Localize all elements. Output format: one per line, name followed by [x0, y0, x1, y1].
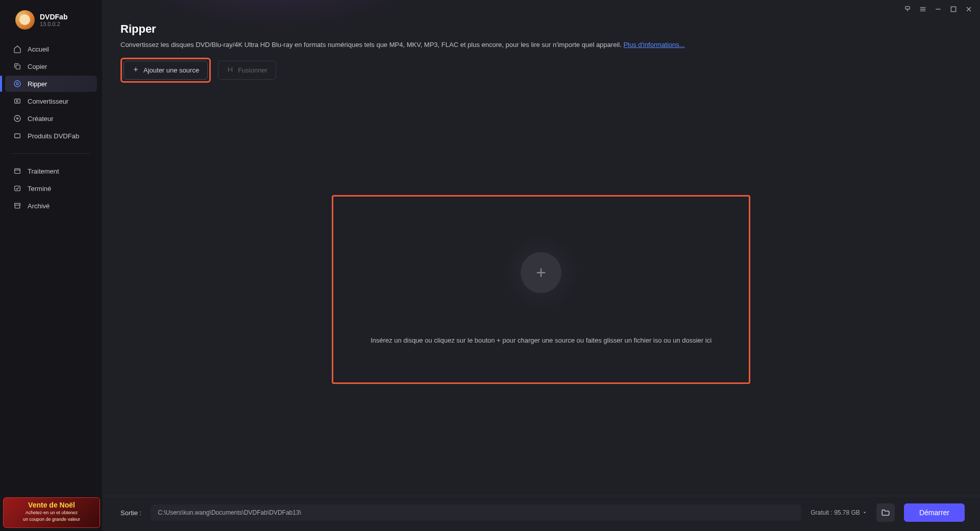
svg-rect-8: [15, 203, 20, 205]
minimize-icon[interactable]: [934, 5, 942, 13]
free-space-dropdown[interactable]: Gratuit : 95.78 GB: [811, 509, 867, 516]
sidebar-item-home[interactable]: Accueil: [5, 41, 97, 57]
svg-rect-9: [905, 7, 910, 9]
promo-banner[interactable]: Vente de Noël Achetez-en un et obtenez u…: [3, 497, 100, 528]
drop-box-highlight[interactable]: Insérez un disque ou cliquez sur le bout…: [332, 195, 750, 384]
add-source-highlight: Ajouter une source: [120, 58, 211, 83]
app-name: DVDFab: [40, 13, 67, 21]
sidebar-item-copy[interactable]: Copier: [5, 58, 97, 75]
sidebar-item-ripper[interactable]: Ripper: [5, 76, 97, 92]
sidebar: DVDFab 13.0.0.2 Accueil Copier Ripper Co…: [0, 0, 102, 531]
drop-plus-button[interactable]: [521, 252, 561, 293]
sidebar-item-label: Accueil: [28, 45, 49, 53]
browse-folder-button[interactable]: [876, 503, 895, 522]
process-icon: [13, 167, 21, 175]
sidebar-item-label: Convertisseur: [28, 98, 68, 105]
primary-nav: Accueil Copier Ripper Convertisseur Créa…: [0, 38, 102, 147]
secondary-nav: Traitement Terminé Archivé: [0, 160, 102, 217]
sidebar-item-label: Créateur: [28, 115, 54, 123]
promo-title: Vente de Noël: [8, 501, 95, 509]
sidebar-item-products[interactable]: Produits DVDFab: [5, 128, 97, 144]
output-label: Sortie :: [120, 509, 141, 517]
output-path-input[interactable]: [151, 504, 801, 521]
svg-rect-5: [15, 134, 20, 138]
drop-hint-text: Insérez un disque ou cliquez sur le bout…: [371, 336, 712, 344]
sidebar-item-label: Terminé: [28, 185, 51, 192]
chevron-down-icon: [862, 510, 867, 515]
sidebar-item-label: Copier: [28, 63, 47, 70]
add-source-button[interactable]: Ajouter une source: [124, 61, 208, 80]
svg-rect-7: [15, 186, 20, 190]
start-button[interactable]: Démarrer: [904, 503, 965, 522]
sidebar-item-converter[interactable]: Convertisseur: [5, 93, 97, 109]
svg-point-2: [16, 83, 18, 85]
drop-plus-glow: [503, 234, 579, 311]
page-description-text: Convertissez les disques DVD/Blu-ray/4K …: [120, 41, 622, 49]
create-icon: [13, 114, 21, 123]
footer: Sortie : Gratuit : 95.78 GB Démarrer: [102, 496, 980, 531]
add-source-label: Ajouter une source: [143, 66, 199, 74]
svg-rect-6: [15, 168, 20, 173]
rip-icon: [13, 80, 21, 88]
merge-button[interactable]: Fusionner: [218, 61, 276, 80]
action-row: Ajouter une source Fusionner: [120, 58, 962, 83]
menu-icon[interactable]: [919, 5, 927, 13]
convert-icon: [13, 97, 21, 105]
promo-line1: Achetez-en un et obtenez: [8, 510, 95, 516]
copy-icon: [13, 62, 21, 70]
plus-icon: [534, 266, 548, 280]
page-description: Convertissez les disques DVD/Blu-ray/4K …: [120, 41, 962, 49]
sidebar-item-processing[interactable]: Traitement: [5, 163, 97, 179]
logo-area: DVDFab 13.0.0.2: [0, 0, 102, 38]
merge-label: Fusionner: [238, 66, 267, 74]
svg-rect-0: [16, 65, 20, 69]
merge-icon: [227, 66, 234, 75]
drop-area: Insérez un disque ou cliquez sur le bout…: [120, 93, 962, 486]
sidebar-item-label: Produits DVDFab: [28, 132, 79, 140]
app-version: 13.0.0.2: [40, 21, 67, 27]
svg-point-1: [14, 81, 20, 87]
sidebar-item-creator[interactable]: Créateur: [5, 110, 97, 127]
app-logo-icon: [15, 10, 35, 30]
home-icon: [13, 45, 21, 53]
page-title: Ripper: [120, 22, 962, 36]
products-icon: [13, 132, 21, 140]
plus-icon: [132, 66, 139, 75]
sidebar-item-label: Archivé: [28, 202, 50, 210]
pin-icon[interactable]: [903, 5, 912, 13]
sidebar-item-label: Traitement: [28, 167, 59, 175]
titlebar: [102, 0, 980, 18]
archive-icon: [13, 202, 21, 210]
promo-line2: un coupon de grande valeur: [8, 517, 95, 522]
folder-icon: [881, 508, 890, 517]
sidebar-item-archive[interactable]: Archivé: [5, 198, 97, 214]
more-info-link[interactable]: Plus d'informations...: [623, 41, 684, 49]
svg-rect-10: [951, 7, 955, 11]
free-space-label: Gratuit : 95.78 GB: [811, 509, 860, 516]
sidebar-item-label: Ripper: [28, 80, 47, 88]
main-panel: Ripper Convertissez les disques DVD/Blu-…: [102, 0, 980, 531]
done-icon: [13, 184, 21, 192]
nav-divider: [12, 153, 90, 154]
close-icon[interactable]: [965, 5, 973, 13]
sidebar-item-done[interactable]: Terminé: [5, 180, 97, 197]
maximize-icon[interactable]: [949, 5, 958, 13]
